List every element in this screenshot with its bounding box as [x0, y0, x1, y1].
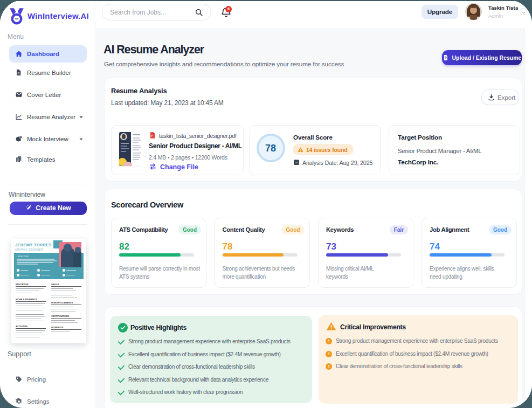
svg-text:P: P	[151, 135, 153, 137]
svg-text:!: !	[20, 136, 21, 139]
